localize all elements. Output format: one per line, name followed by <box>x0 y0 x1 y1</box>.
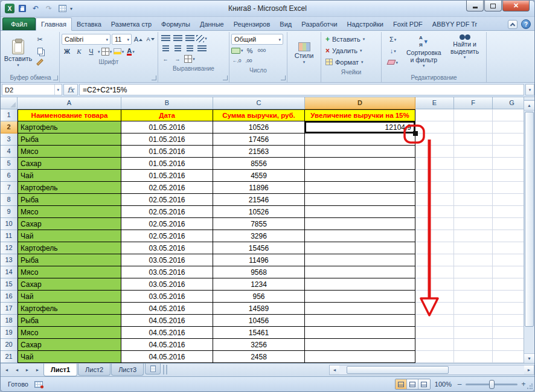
cell-C10[interactable]: 7855 <box>213 218 305 230</box>
cell-C9[interactable]: 10526 <box>213 206 305 218</box>
cell-B12[interactable]: 03.05.2016 <box>121 242 213 254</box>
select-all-button[interactable] <box>1 97 18 109</box>
chevron-down-icon[interactable]: ▾ <box>98 50 100 54</box>
help-button[interactable]: ? <box>521 19 531 29</box>
cell-A21[interactable]: Чай <box>18 351 121 363</box>
cell-B17[interactable]: 04.05.2016 <box>121 303 213 315</box>
accounting-format-button[interactable]: ▾ <box>231 45 243 56</box>
cell-B10[interactable]: 02.05.2016 <box>121 218 213 230</box>
insert-cells-button[interactable]: + Вставить ▾ <box>323 33 379 45</box>
cell-C4[interactable]: 21563 <box>213 146 305 158</box>
cell-B7[interactable]: 02.05.2016 <box>121 182 213 194</box>
cell-B19[interactable]: 04.05.2016 <box>121 327 213 339</box>
cell-E15[interactable] <box>415 278 454 291</box>
cell-D3[interactable] <box>305 133 415 146</box>
cell-C6[interactable]: 4559 <box>213 170 305 182</box>
cell-F15[interactable] <box>454 278 493 291</box>
cell-E18[interactable] <box>415 315 454 327</box>
tab-Разработчи[interactable]: Разработчи <box>296 18 342 30</box>
cell-C7[interactable]: 11896 <box>213 182 305 194</box>
expand-formula-bar-button[interactable]: ▾ <box>525 84 534 95</box>
row-header-17[interactable]: 17 <box>1 303 18 315</box>
tab-Рецензиров[interactable]: Рецензиров <box>229 18 275 30</box>
page-break-view-button[interactable] <box>418 379 430 389</box>
align-right-button[interactable] <box>184 43 195 54</box>
orientation-button[interactable]: ▾ <box>196 33 207 44</box>
decrease-indent-button[interactable]: ← <box>160 54 171 65</box>
cell-B20[interactable]: 04.05.2016 <box>121 339 213 351</box>
cell-C3[interactable]: 17456 <box>213 133 305 146</box>
cell-A5[interactable]: Сахар <box>18 158 121 170</box>
last-sheet-button[interactable]: ► <box>33 365 42 374</box>
sheet-tab-Лист1[interactable]: Лист1 <box>43 364 77 376</box>
alignment-dialog-launcher[interactable] <box>223 76 228 80</box>
number-format-select[interactable]: Общий ▾ <box>231 34 283 45</box>
zoom-slider-thumb[interactable] <box>489 380 495 389</box>
autosum-button[interactable]: Σ▾ <box>383 34 402 45</box>
cell-E6[interactable] <box>415 170 454 182</box>
normal-view-button[interactable] <box>396 379 407 389</box>
horizontal-scroll-thumb[interactable] <box>347 366 448 374</box>
cell-D12[interactable] <box>305 242 415 254</box>
cell-F1[interactable] <box>454 109 493 121</box>
cell-D13[interactable] <box>305 254 415 266</box>
cell-A4[interactable]: Мясо <box>18 146 121 158</box>
find-select-button[interactable]: Найти и выделить ▾ <box>445 33 484 73</box>
cell-A19[interactable]: Мясо <box>18 327 121 339</box>
cell-G12[interactable] <box>493 242 525 254</box>
cell-B8[interactable]: 02.05.2016 <box>121 194 213 206</box>
column-header-A[interactable]: A <box>18 97 121 109</box>
row-header-18[interactable]: 18 <box>1 315 18 327</box>
cell-A3[interactable]: Рыба <box>18 133 121 146</box>
cell-G19[interactable] <box>493 327 525 339</box>
first-sheet-button[interactable]: ◄ <box>2 365 11 374</box>
resize-grip[interactable] <box>527 384 533 390</box>
cell-F8[interactable] <box>454 194 493 206</box>
page-layout-view-button[interactable] <box>407 379 418 389</box>
cell-B15[interactable]: 03.05.2016 <box>121 278 213 291</box>
tab-file[interactable]: Файл <box>2 18 36 30</box>
cell-E21[interactable] <box>415 351 454 363</box>
row-header-15[interactable]: 15 <box>1 278 18 291</box>
cell-D19[interactable] <box>305 327 415 339</box>
grow-font-button[interactable]: А <box>133 34 144 45</box>
cell-E12[interactable] <box>415 242 454 254</box>
tab-Формулы[interactable]: Формулы <box>156 18 195 30</box>
zoom-out-button[interactable]: – <box>456 380 463 388</box>
cell-G21[interactable] <box>493 351 525 363</box>
cell-G5[interactable] <box>493 158 525 170</box>
cell-F2[interactable] <box>454 121 493 133</box>
cell-C5[interactable]: 8556 <box>213 158 305 170</box>
column-header-F[interactable]: F <box>454 97 493 109</box>
row-header-19[interactable]: 19 <box>1 327 18 339</box>
cell-E20[interactable] <box>415 339 454 351</box>
format-cells-button[interactable]: Формат ▾ <box>323 56 379 68</box>
cell-E11[interactable] <box>415 230 454 242</box>
cell-D20[interactable] <box>305 339 415 351</box>
cell-D5[interactable] <box>305 158 415 170</box>
align-bottom-button[interactable] <box>184 33 195 44</box>
tab-Вид[interactable]: Вид <box>275 18 296 30</box>
tab-Разметка стр[interactable]: Разметка стр <box>106 18 156 30</box>
cell-G16[interactable] <box>493 291 525 303</box>
cell-B2[interactable]: 01.05.2016 <box>121 121 213 133</box>
row-header-1[interactable]: 1 <box>1 109 18 121</box>
cell-G18[interactable] <box>493 315 525 327</box>
next-sheet-button[interactable]: ► <box>22 365 32 374</box>
row-header-21[interactable]: 21 <box>1 351 18 363</box>
row-header-10[interactable]: 10 <box>1 218 18 230</box>
font-family-select[interactable]: Calibri ▾ <box>62 34 111 45</box>
vertical-scrollbar[interactable]: ▲ ▼ <box>524 97 534 363</box>
cell-F19[interactable] <box>454 327 493 339</box>
cell-E3[interactable] <box>415 133 454 146</box>
cell-D7[interactable] <box>305 182 415 194</box>
cell-D6[interactable] <box>305 170 415 182</box>
cell-E17[interactable] <box>415 303 454 315</box>
cell-C2[interactable]: 10526 <box>213 121 305 133</box>
row-header-4[interactable]: 4 <box>1 146 18 158</box>
wrap-text-button[interactable] <box>196 43 207 54</box>
clipboard-dialog-launcher[interactable] <box>53 76 58 80</box>
cell-B21[interactable]: 04.05.2016 <box>121 351 213 363</box>
cell-B1[interactable]: Дата <box>121 109 213 121</box>
cell-F6[interactable] <box>454 170 493 182</box>
